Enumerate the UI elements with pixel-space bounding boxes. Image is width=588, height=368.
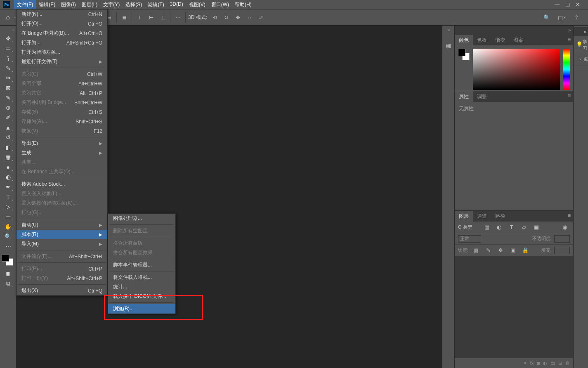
file-menu-item-0[interactable]: 新建(N)...Ctrl+N: [17, 9, 107, 19]
script-menu-item-11[interactable]: 载入多个 DICOM 文件...: [108, 292, 175, 301]
color-swatches[interactable]: [2, 254, 13, 266]
screen-mode-tool[interactable]: ⧉: [2, 279, 14, 288]
panel-menu-icon[interactable]: ≡: [565, 211, 573, 222]
file-menu-item-3[interactable]: 打开为...Alt+Shift+Ctrl+O: [17, 38, 107, 47]
history-brush-tool[interactable]: ↺: [2, 133, 14, 142]
script-menu-item-10[interactable]: 统计...: [108, 282, 175, 292]
file-menu-item-34[interactable]: 退出(X)Ctrl+Q: [17, 286, 107, 295]
file-menu-item-27[interactable]: 导入(M)▶: [17, 239, 107, 249]
layer-mask-icon[interactable]: ◙: [537, 361, 540, 366]
file-menu-item-16[interactable]: 生成▶: [17, 148, 107, 158]
lasso-tool[interactable]: ⟆: [2, 54, 14, 63]
dodge-tool[interactable]: ◐: [2, 172, 14, 182]
menubar-item-6[interactable]: 滤镜(T): [145, 0, 167, 9]
color-picker-area[interactable]: [473, 49, 560, 90]
tab-color[interactable]: 颜色: [455, 35, 473, 45]
tab-adjustments[interactable]: 调整: [473, 91, 491, 102]
lock-all-icon[interactable]: 🔒: [520, 245, 530, 255]
new-layer-icon[interactable]: ⊞: [558, 361, 562, 366]
minimize-button[interactable]: —: [555, 2, 560, 7]
lock-pos-icon[interactable]: ✥: [496, 245, 505, 255]
menubar-item-5[interactable]: 选择(S): [123, 0, 145, 9]
layer-fx-icon[interactable]: fx: [530, 361, 534, 366]
tab-layers[interactable]: 图层: [455, 211, 473, 222]
menubar-item-9[interactable]: 窗口(W): [208, 0, 232, 9]
panel-fg-swatch[interactable]: [458, 49, 465, 56]
minibar-icon[interactable]: ▦: [444, 40, 453, 50]
tab-swatches[interactable]: 色板: [473, 35, 491, 45]
collapse-icon[interactable]: »: [568, 28, 571, 33]
menubar-item-8[interactable]: 视图(V): [186, 0, 208, 9]
tab-gradients[interactable]: 渐变: [491, 35, 509, 45]
more-options-icon[interactable]: ⋯: [173, 12, 183, 22]
file-menu-item-25[interactable]: 自动(U)▶: [17, 220, 107, 230]
menubar-item-0[interactable]: 文件(F): [14, 0, 36, 9]
link-layers-icon[interactable]: ⚭: [523, 361, 527, 366]
brush-tool[interactable]: ✐: [2, 113, 14, 122]
menubar-item-3[interactable]: 图层(L): [79, 0, 101, 9]
filter-smart-icon[interactable]: ▣: [531, 222, 541, 232]
library-label[interactable]: 库: [583, 57, 588, 63]
delete-layer-icon[interactable]: 🗑: [565, 361, 570, 366]
filter-pixel-icon[interactable]: ▦: [482, 222, 492, 232]
tab-properties[interactable]: 属性: [455, 91, 473, 102]
path-select-tool[interactable]: ▷: [2, 202, 14, 211]
filter-adjust-icon[interactable]: ◐: [494, 222, 504, 232]
gradient-tool[interactable]: ▦: [2, 153, 14, 162]
clone-tool[interactable]: ▲: [2, 123, 14, 132]
file-menu-item-15[interactable]: 导出(E)▶: [17, 139, 107, 148]
home-icon[interactable]: ⌂: [2, 12, 13, 23]
file-menu-item-26[interactable]: 脚本(R)▶: [17, 230, 107, 239]
pen-tool[interactable]: ✒: [2, 182, 14, 191]
file-menu-item-4[interactable]: 打开为智能对象...: [17, 47, 107, 57]
menubar-item-10[interactable]: 帮助(H): [232, 0, 255, 9]
filter-shape-icon[interactable]: ▱: [519, 222, 529, 232]
file-menu-item-1[interactable]: 打开(O)...Ctrl+O: [17, 19, 107, 28]
script-menu-item-13[interactable]: 浏览(B)...: [108, 304, 175, 314]
blur-tool[interactable]: ●: [2, 163, 14, 172]
panel-menu-icon[interactable]: ≡: [565, 91, 573, 102]
file-menu-item-2[interactable]: 在 Bridge 中浏览(B)...Alt+Ctrl+O: [17, 28, 107, 38]
menubar-item-2[interactable]: 图像(I): [58, 0, 78, 9]
opacity-input[interactable]: [554, 235, 570, 243]
new-adjust-icon[interactable]: ◐: [543, 361, 547, 366]
lock-paint-icon[interactable]: ✎: [483, 245, 493, 255]
search-icon[interactable]: 🔍: [542, 12, 552, 22]
blend-mode-select[interactable]: 正常: [458, 235, 481, 243]
edit-toolbar[interactable]: ⋯: [2, 242, 14, 251]
fill-input[interactable]: [554, 247, 570, 254]
file-menu-item-5[interactable]: 最近打开文件(T)▶: [17, 57, 107, 66]
script-menu-item-7[interactable]: 脚本事件管理器...: [108, 260, 175, 270]
workspace-icon[interactable]: ▢▾: [557, 12, 567, 22]
menubar-item-7[interactable]: 3D(D): [167, 0, 186, 9]
tab-paths[interactable]: 路径: [491, 211, 509, 222]
lock-trans-icon[interactable]: ▨: [471, 245, 481, 255]
crop-tool[interactable]: ✂: [2, 73, 14, 83]
library-icon[interactable]: ▫: [576, 54, 583, 64]
filter-type-icon[interactable]: T: [507, 222, 517, 232]
panel-menu-icon[interactable]: ≡: [565, 35, 573, 45]
move-tool[interactable]: ✥: [2, 34, 14, 43]
eraser-tool[interactable]: ◧: [2, 143, 14, 152]
eyedropper-tool[interactable]: ✎: [2, 93, 14, 102]
maximize-button[interactable]: ▢: [565, 2, 570, 7]
close-button[interactable]: ✕: [576, 2, 580, 7]
healing-tool[interactable]: ⊕: [2, 103, 14, 112]
file-menu-item-20[interactable]: 搜索 Adobe Stock...: [17, 179, 107, 189]
script-menu-item-0[interactable]: 图像处理器...: [108, 214, 175, 223]
collapse-icon[interactable]: »: [584, 29, 586, 34]
hand-tool[interactable]: ✋: [2, 222, 14, 231]
lock-artboard-icon[interactable]: ▣: [508, 245, 518, 255]
type-tool[interactable]: T: [2, 192, 14, 201]
quick-mask-tool[interactable]: ◙: [2, 269, 14, 278]
marquee-tool[interactable]: ▭: [2, 44, 14, 53]
quick-select-tool[interactable]: ✎: [2, 64, 14, 73]
frame-tool[interactable]: ⊠: [2, 83, 14, 92]
learn-label[interactable]: 学习: [583, 39, 588, 51]
new-group-icon[interactable]: 🗀: [550, 361, 555, 366]
menubar-item-1[interactable]: 编辑(E): [36, 0, 58, 9]
tab-patterns[interactable]: 图案: [509, 35, 527, 45]
tab-channels[interactable]: 通道: [473, 211, 491, 222]
zoom-tool[interactable]: 🔍: [2, 232, 14, 241]
share-icon[interactable]: ⇪: [571, 12, 581, 22]
